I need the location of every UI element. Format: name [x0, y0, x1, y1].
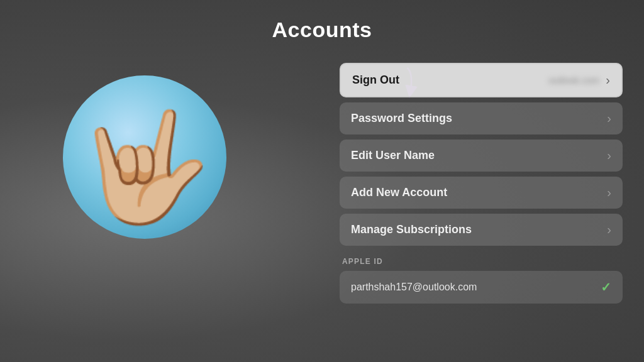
add-new-account-button[interactable]: Add New Account ›: [340, 177, 623, 209]
sign-out-email-blurred: outlook.com: [548, 75, 599, 85]
edit-username-chevron: ›: [607, 148, 611, 163]
right-panel: Sign Out outlook.com › Password Settings…: [340, 63, 623, 304]
apple-id-section: APPLE ID parthshah157@outlook.com ✓: [340, 257, 623, 304]
sign-out-label: Sign Out: [352, 74, 399, 87]
edit-username-label: Edit User Name: [351, 149, 435, 162]
page-title: Accounts: [0, 18, 644, 42]
manage-subscriptions-chevron: ›: [607, 222, 611, 237]
apple-id-email: parthshah157@outlook.com: [351, 282, 477, 293]
apple-id-checkmark: ✓: [601, 280, 611, 295]
add-new-account-label: Add New Account: [351, 186, 447, 199]
password-settings-button[interactable]: Password Settings ›: [340, 102, 623, 134]
password-settings-label: Password Settings: [351, 112, 452, 125]
apple-id-section-label: APPLE ID: [340, 257, 623, 266]
sign-out-button[interactable]: Sign Out outlook.com ›: [340, 63, 623, 97]
apple-id-row: parthshah157@outlook.com ✓: [340, 271, 623, 304]
edit-username-button[interactable]: Edit User Name ›: [340, 140, 623, 172]
add-new-account-chevron: ›: [607, 185, 611, 200]
manage-subscriptions-label: Manage Subscriptions: [351, 223, 472, 236]
password-settings-chevron: ›: [607, 111, 611, 126]
sign-out-right: outlook.com ›: [548, 73, 610, 87]
sign-out-chevron: ›: [606, 73, 610, 87]
avatar-emoji: 🤟🏼: [78, 113, 211, 220]
manage-subscriptions-button[interactable]: Manage Subscriptions ›: [340, 214, 623, 246]
avatar: 🤟🏼: [63, 75, 226, 239]
